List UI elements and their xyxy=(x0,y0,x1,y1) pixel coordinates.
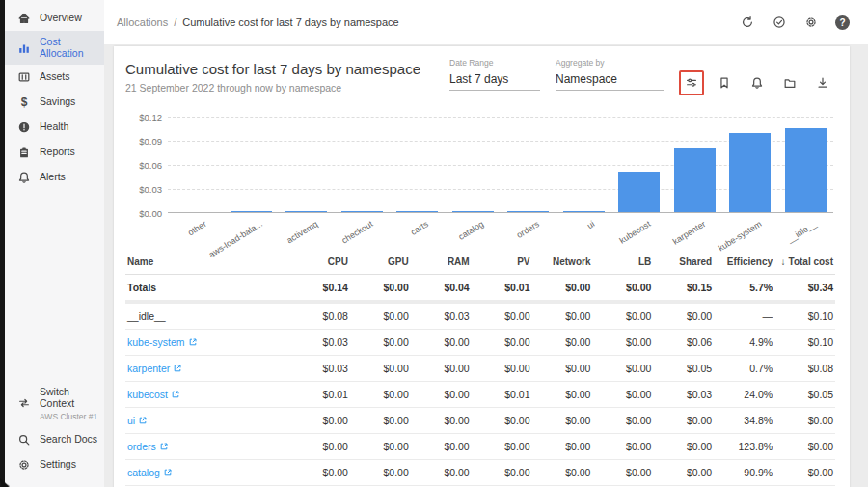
bar-chart-icon xyxy=(17,41,31,55)
bar-ui[interactable] xyxy=(563,211,605,212)
value-cell: $0.00 xyxy=(774,441,835,452)
aggregate-select[interactable]: Namespace xyxy=(556,68,664,91)
folder-icon[interactable] xyxy=(777,70,802,95)
sidebar-item-switch-context[interactable]: Switch ContextAWS Cluster #1 xyxy=(5,380,104,427)
column-header-gpu[interactable]: GPU xyxy=(350,257,411,267)
bar-karpenter[interactable] xyxy=(674,148,716,213)
table-header-row: NameCPUGPURAMPVNetworkLBSharedEfficiency… xyxy=(125,250,835,275)
chart-bar-slot: aws-load-bala... xyxy=(224,117,280,212)
sidebar-item-assets[interactable]: Assets xyxy=(5,65,104,90)
date-range-select[interactable]: Last 7 days xyxy=(449,68,540,91)
value-cell: $0.15 xyxy=(653,282,714,293)
aggregate-control: Aggregate by Namespace xyxy=(556,58,664,91)
column-header-lb[interactable]: LB xyxy=(592,257,653,267)
namespace-link[interactable]: kube-system xyxy=(127,337,197,348)
column-header-efficiency[interactable]: Efficiency xyxy=(714,257,774,267)
sidebar-footer-nav: Switch ContextAWS Cluster #1Search DocsS… xyxy=(5,380,104,477)
bar-activemq[interactable] xyxy=(285,211,327,212)
sidebar-item-label: Search Docs xyxy=(40,434,97,446)
sidebar-item-label: Alerts xyxy=(40,172,66,183)
value-cell: $0.03 xyxy=(653,389,714,400)
sidebar: OverviewCost AllocationAssets$SavingsHea… xyxy=(5,0,104,487)
sidebar-item-label: Assets xyxy=(40,71,70,83)
value-cell: $0.10 xyxy=(774,311,835,322)
value-cell: 24.0% xyxy=(714,389,774,400)
value-cell: $0.00 xyxy=(592,282,653,293)
card-header: Cumulative cost for last 7 days by names… xyxy=(125,58,835,95)
value-cell: $0.00 xyxy=(653,467,714,478)
column-header-ram[interactable]: RAM xyxy=(411,257,472,267)
help-icon[interactable]: ? xyxy=(834,14,851,31)
check-circle-icon[interactable] xyxy=(771,14,787,31)
value-cell: $0.00 xyxy=(411,337,472,348)
y-axis-tick-label: $0.09 xyxy=(139,136,162,147)
breadcrumb-parent[interactable]: Allocations xyxy=(117,16,168,28)
chart-bar-slot: catalog xyxy=(446,117,502,212)
column-header-pv[interactable]: PV xyxy=(472,257,532,267)
bar-orders[interactable] xyxy=(507,211,549,212)
tune-icon[interactable] xyxy=(679,70,704,95)
namespace-link[interactable]: orders xyxy=(127,441,168,452)
value-cell: $0.01 xyxy=(289,389,350,400)
refresh-icon[interactable] xyxy=(739,14,755,31)
download-icon[interactable] xyxy=(810,70,835,95)
value-cell: $0.01 xyxy=(472,389,532,400)
chart-bar-slot: activemq xyxy=(279,117,335,212)
bookmark-icon[interactable] xyxy=(712,70,737,95)
value-cell: $0.03 xyxy=(289,363,350,374)
bar-checkout[interactable] xyxy=(341,211,383,212)
sidebar-item-reports[interactable]: Reports xyxy=(5,140,104,165)
value-cell: — xyxy=(714,311,774,322)
external-link-icon xyxy=(174,365,181,372)
value-cell: 4.9% xyxy=(714,337,774,348)
column-header-name[interactable]: Name xyxy=(125,257,289,267)
value-cell: $0.00 xyxy=(532,441,593,452)
external-link-icon xyxy=(164,469,172,476)
value-cell: $0.05 xyxy=(653,363,714,374)
date-range-label: Date Range xyxy=(449,58,540,68)
namespace-link[interactable]: catalog xyxy=(127,467,172,478)
bar-kubecost[interactable] xyxy=(618,172,660,213)
value-cell: $0.00 xyxy=(592,415,653,426)
topbar: Allocations / Cumulative cost for last 7… xyxy=(104,0,868,44)
column-header-total-cost[interactable]: ↓Total cost xyxy=(774,257,835,267)
column-header-shared[interactable]: Shared xyxy=(653,257,714,267)
external-link-icon xyxy=(160,443,168,450)
value-cell: $0.00 xyxy=(411,467,472,478)
app-window: OverviewCost AllocationAssets$SavingsHea… xyxy=(0,0,868,487)
sidebar-item-label: Health xyxy=(40,122,68,133)
dollar-icon: $ xyxy=(17,95,31,109)
sidebar-item-overview[interactable]: Overview xyxy=(5,6,104,31)
bar-kube-system[interactable] xyxy=(729,133,771,212)
topbar-icons: ? xyxy=(739,14,851,31)
external-link-icon xyxy=(172,391,179,398)
value-cell: $0.10 xyxy=(774,337,835,348)
namespace-link[interactable]: kubecost xyxy=(127,389,179,400)
sidebar-item-alerts[interactable]: Alerts xyxy=(5,165,104,190)
row-name-cell: orders xyxy=(125,441,289,452)
table-row-orders: orders$0.00$0.00$0.00$0.00$0.00$0.00$0.0… xyxy=(125,434,835,460)
bar--idle-[interactable] xyxy=(785,128,827,212)
namespace-link[interactable]: karpenter xyxy=(127,363,181,374)
column-header-cpu[interactable]: CPU xyxy=(289,257,350,267)
sidebar-item-health[interactable]: Health xyxy=(5,115,104,140)
bell-icon xyxy=(17,171,31,184)
namespace-link[interactable]: ui xyxy=(127,415,147,426)
home-icon xyxy=(17,12,31,25)
sidebar-item-cost-allocation[interactable]: Cost Allocation xyxy=(5,31,104,65)
sidebar-item-search-docs[interactable]: Search Docs xyxy=(5,427,104,452)
sidebar-item-savings[interactable]: $Savings xyxy=(5,90,104,115)
value-cell: $0.00 xyxy=(350,337,411,348)
sidebar-item-settings[interactable]: Settings xyxy=(5,452,104,477)
gear-icon[interactable] xyxy=(802,14,819,31)
column-header-network[interactable]: Network xyxy=(532,257,593,267)
bar-catalog[interactable] xyxy=(452,211,494,212)
value-cell: $0.00 xyxy=(592,311,653,322)
bar-aws-load-bala-[interactable] xyxy=(231,211,272,212)
bar-carts[interactable] xyxy=(396,211,438,212)
bell-icon[interactable] xyxy=(745,70,770,95)
row-name-cell: catalog xyxy=(125,467,289,478)
table-row-karpenter: karpenter$0.03$0.00$0.00$0.00$0.00$0.00$… xyxy=(125,356,835,382)
chart-bar-slot: __idle__ xyxy=(778,117,834,212)
value-cell: $0.00 xyxy=(411,415,472,426)
